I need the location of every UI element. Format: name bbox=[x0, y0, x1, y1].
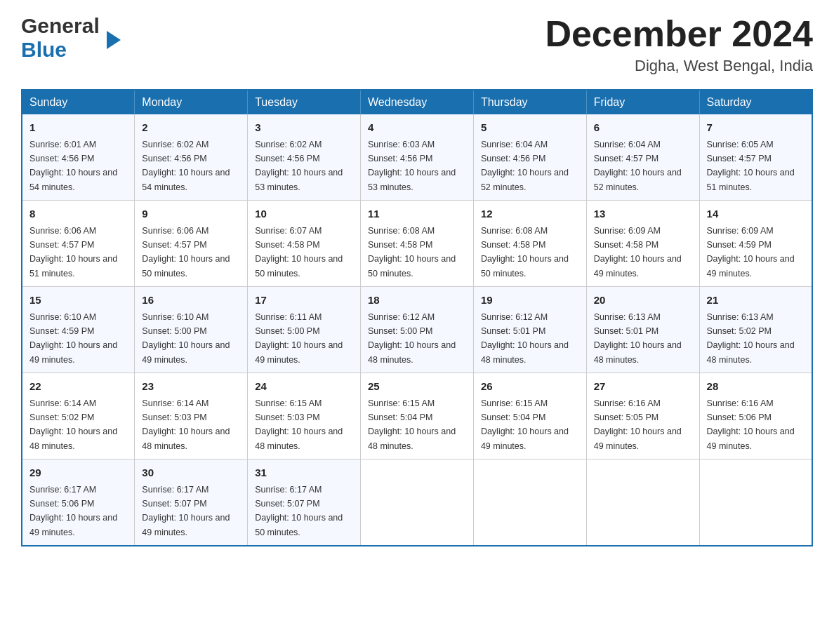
day-number: 3 bbox=[255, 120, 353, 136]
calendar-day-cell: 27 Sunrise: 6:16 AMSunset: 5:05 PMDaylig… bbox=[586, 373, 699, 459]
calendar-day-cell: 19 Sunrise: 6:12 AMSunset: 5:01 PMDaylig… bbox=[473, 287, 586, 373]
day-info: Sunrise: 6:12 AMSunset: 5:00 PMDaylight:… bbox=[368, 312, 456, 365]
day-info: Sunrise: 6:13 AMSunset: 5:02 PMDaylight:… bbox=[707, 312, 795, 365]
day-number: 4 bbox=[368, 120, 466, 136]
day-number: 17 bbox=[255, 293, 353, 309]
day-number: 30 bbox=[142, 465, 240, 481]
calendar-day-cell: 10 Sunrise: 6:07 AMSunset: 4:58 PMDaylig… bbox=[248, 201, 361, 287]
calendar-day-cell: 18 Sunrise: 6:12 AMSunset: 5:00 PMDaylig… bbox=[361, 287, 474, 373]
day-info: Sunrise: 6:02 AMSunset: 4:56 PMDaylight:… bbox=[142, 140, 230, 192]
calendar-day-cell: 7 Sunrise: 6:05 AMSunset: 4:57 PMDayligh… bbox=[699, 114, 812, 201]
day-info: Sunrise: 6:12 AMSunset: 5:01 PMDaylight:… bbox=[481, 312, 569, 365]
day-number: 29 bbox=[29, 465, 127, 481]
calendar-day-cell: 12 Sunrise: 6:08 AMSunset: 4:58 PMDaylig… bbox=[473, 201, 586, 287]
day-number: 25 bbox=[368, 379, 466, 395]
day-info: Sunrise: 6:08 AMSunset: 4:58 PMDaylight:… bbox=[368, 226, 456, 279]
calendar-day-cell: 5 Sunrise: 6:04 AMSunset: 4:56 PMDayligh… bbox=[473, 114, 586, 201]
day-number: 6 bbox=[594, 120, 692, 136]
calendar-day-cell: 17 Sunrise: 6:11 AMSunset: 5:00 PMDaylig… bbox=[248, 287, 361, 373]
calendar-day-cell: 11 Sunrise: 6:08 AMSunset: 4:58 PMDaylig… bbox=[361, 201, 474, 287]
calendar-day-cell: 8 Sunrise: 6:06 AMSunset: 4:57 PMDayligh… bbox=[22, 201, 135, 287]
day-info: Sunrise: 6:16 AMSunset: 5:06 PMDaylight:… bbox=[707, 398, 795, 451]
day-info: Sunrise: 6:15 AMSunset: 5:04 PMDaylight:… bbox=[368, 398, 456, 451]
day-number: 1 bbox=[29, 120, 127, 136]
title-block: December 2024 Digha, West Bengal, India bbox=[545, 14, 813, 75]
day-info: Sunrise: 6:14 AMSunset: 5:03 PMDaylight:… bbox=[142, 398, 230, 451]
calendar-day-cell: 30 Sunrise: 6:17 AMSunset: 5:07 PMDaylig… bbox=[135, 459, 248, 546]
calendar-day-cell: 15 Sunrise: 6:10 AMSunset: 4:59 PMDaylig… bbox=[22, 287, 135, 373]
day-info: Sunrise: 6:10 AMSunset: 5:00 PMDaylight:… bbox=[142, 312, 230, 365]
calendar-header-row: SundayMondayTuesdayWednesdayThursdayFrid… bbox=[22, 90, 812, 114]
calendar-day-cell: 21 Sunrise: 6:13 AMSunset: 5:02 PMDaylig… bbox=[699, 287, 812, 373]
calendar-week-row: 22 Sunrise: 6:14 AMSunset: 5:02 PMDaylig… bbox=[22, 373, 812, 459]
calendar-day-cell: 28 Sunrise: 6:16 AMSunset: 5:06 PMDaylig… bbox=[699, 373, 812, 459]
day-info: Sunrise: 6:05 AMSunset: 4:57 PMDaylight:… bbox=[707, 140, 795, 192]
day-number: 14 bbox=[707, 206, 805, 222]
day-info: Sunrise: 6:06 AMSunset: 4:57 PMDaylight:… bbox=[29, 226, 117, 279]
day-number: 10 bbox=[255, 206, 353, 222]
calendar-day-cell: 14 Sunrise: 6:09 AMSunset: 4:59 PMDaylig… bbox=[699, 201, 812, 287]
calendar-day-header: Wednesday bbox=[361, 90, 474, 114]
calendar-day-header: Monday bbox=[135, 90, 248, 114]
day-number: 13 bbox=[594, 206, 692, 222]
day-info: Sunrise: 6:06 AMSunset: 4:57 PMDaylight:… bbox=[142, 226, 230, 279]
day-info: Sunrise: 6:03 AMSunset: 4:56 PMDaylight:… bbox=[368, 140, 456, 192]
calendar-week-row: 15 Sunrise: 6:10 AMSunset: 4:59 PMDaylig… bbox=[22, 287, 812, 373]
calendar-day-cell: 29 Sunrise: 6:17 AMSunset: 5:06 PMDaylig… bbox=[22, 459, 135, 546]
day-number: 11 bbox=[368, 206, 466, 222]
day-number: 28 bbox=[707, 379, 805, 395]
day-info: Sunrise: 6:07 AMSunset: 4:58 PMDaylight:… bbox=[255, 226, 343, 279]
calendar-day-header: Tuesday bbox=[248, 90, 361, 114]
calendar-day-cell: 16 Sunrise: 6:10 AMSunset: 5:00 PMDaylig… bbox=[135, 287, 248, 373]
day-info: Sunrise: 6:17 AMSunset: 5:06 PMDaylight:… bbox=[29, 485, 117, 537]
logo: General Blue bbox=[21, 14, 107, 62]
calendar-day-cell: 6 Sunrise: 6:04 AMSunset: 4:57 PMDayligh… bbox=[586, 114, 699, 201]
day-number: 2 bbox=[142, 120, 240, 136]
day-number: 19 bbox=[481, 293, 579, 309]
day-number: 18 bbox=[368, 293, 466, 309]
day-info: Sunrise: 6:08 AMSunset: 4:58 PMDaylight:… bbox=[481, 226, 569, 279]
calendar-day-cell: 1 Sunrise: 6:01 AMSunset: 4:56 PMDayligh… bbox=[22, 114, 135, 201]
calendar-day-cell: 3 Sunrise: 6:02 AMSunset: 4:56 PMDayligh… bbox=[248, 114, 361, 201]
calendar-day-cell bbox=[473, 459, 586, 546]
day-number: 7 bbox=[707, 120, 805, 136]
day-number: 26 bbox=[481, 379, 579, 395]
calendar-week-row: 1 Sunrise: 6:01 AMSunset: 4:56 PMDayligh… bbox=[22, 114, 812, 201]
day-number: 16 bbox=[142, 293, 240, 309]
logo-general-text: General bbox=[21, 14, 100, 38]
day-info: Sunrise: 6:15 AMSunset: 5:04 PMDaylight:… bbox=[481, 398, 569, 451]
day-number: 31 bbox=[255, 465, 353, 481]
day-info: Sunrise: 6:15 AMSunset: 5:03 PMDaylight:… bbox=[255, 398, 343, 451]
location-title: Digha, West Bengal, India bbox=[545, 57, 813, 75]
day-info: Sunrise: 6:13 AMSunset: 5:01 PMDaylight:… bbox=[594, 312, 682, 365]
calendar-day-cell bbox=[586, 459, 699, 546]
day-number: 12 bbox=[481, 206, 579, 222]
calendar-day-cell: 26 Sunrise: 6:15 AMSunset: 5:04 PMDaylig… bbox=[473, 373, 586, 459]
calendar-day-header: Thursday bbox=[473, 90, 586, 114]
calendar-day-cell: 22 Sunrise: 6:14 AMSunset: 5:02 PMDaylig… bbox=[22, 373, 135, 459]
day-number: 27 bbox=[594, 379, 692, 395]
day-info: Sunrise: 6:04 AMSunset: 4:56 PMDaylight:… bbox=[481, 140, 569, 192]
svg-marker-0 bbox=[107, 31, 121, 49]
calendar-week-row: 29 Sunrise: 6:17 AMSunset: 5:06 PMDaylig… bbox=[22, 459, 812, 546]
day-info: Sunrise: 6:11 AMSunset: 5:00 PMDaylight:… bbox=[255, 312, 343, 365]
calendar-day-cell: 2 Sunrise: 6:02 AMSunset: 4:56 PMDayligh… bbox=[135, 114, 248, 201]
calendar-day-cell bbox=[699, 459, 812, 546]
day-number: 20 bbox=[594, 293, 692, 309]
day-number: 15 bbox=[29, 293, 127, 309]
day-info: Sunrise: 6:01 AMSunset: 4:56 PMDaylight:… bbox=[29, 140, 117, 192]
day-info: Sunrise: 6:14 AMSunset: 5:02 PMDaylight:… bbox=[29, 398, 117, 451]
month-title: December 2024 bbox=[545, 14, 813, 54]
calendar-day-cell: 23 Sunrise: 6:14 AMSunset: 5:03 PMDaylig… bbox=[135, 373, 248, 459]
calendar-day-header: Saturday bbox=[699, 90, 812, 114]
calendar-day-cell: 13 Sunrise: 6:09 AMSunset: 4:58 PMDaylig… bbox=[586, 201, 699, 287]
day-info: Sunrise: 6:09 AMSunset: 4:59 PMDaylight:… bbox=[707, 226, 795, 279]
day-info: Sunrise: 6:17 AMSunset: 5:07 PMDaylight:… bbox=[142, 485, 230, 537]
calendar-day-cell: 24 Sunrise: 6:15 AMSunset: 5:03 PMDaylig… bbox=[248, 373, 361, 459]
day-info: Sunrise: 6:16 AMSunset: 5:05 PMDaylight:… bbox=[594, 398, 682, 451]
calendar-day-cell: 20 Sunrise: 6:13 AMSunset: 5:01 PMDaylig… bbox=[586, 287, 699, 373]
day-info: Sunrise: 6:10 AMSunset: 4:59 PMDaylight:… bbox=[29, 312, 117, 365]
day-info: Sunrise: 6:17 AMSunset: 5:07 PMDaylight:… bbox=[255, 485, 343, 537]
day-number: 21 bbox=[707, 293, 805, 309]
day-info: Sunrise: 6:04 AMSunset: 4:57 PMDaylight:… bbox=[594, 140, 682, 192]
